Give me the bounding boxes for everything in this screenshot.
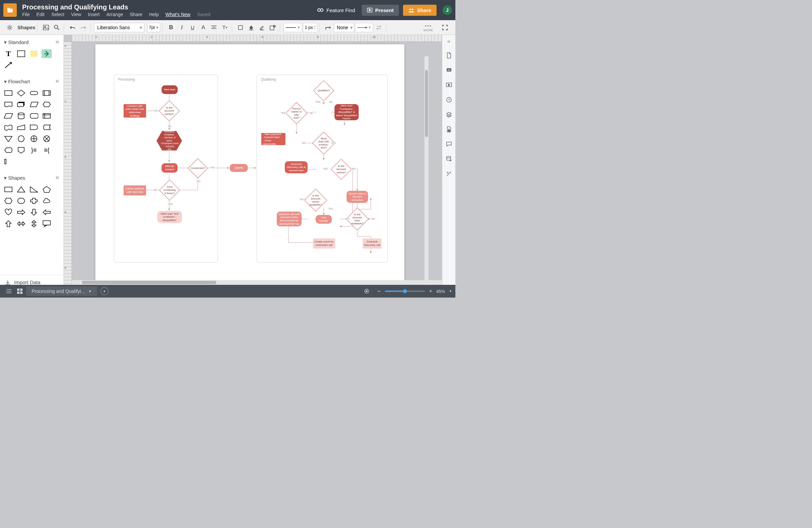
line-style-select[interactable]: ▾ [284, 23, 302, 32]
fill-color-icon[interactable] [246, 23, 256, 32]
sh-triangle[interactable] [16, 185, 26, 194]
node-owned2[interactable]: Is the account owned? [334, 162, 349, 177]
node-connected[interactable]: Connected? [191, 161, 205, 175]
menu-whats-new[interactable]: What's New [165, 12, 190, 17]
sh-arrow-u[interactable] [3, 219, 13, 228]
fc-stored[interactable] [42, 123, 52, 132]
arrow-style-select[interactable]: ▾ [355, 23, 373, 32]
fc-manual-input[interactable] [16, 123, 26, 132]
magic-icon[interactable] [445, 170, 453, 177]
fullscreen-icon[interactable] [440, 23, 450, 32]
node-create-event[interactable]: Create event for scheduled call [313, 239, 335, 248]
fc-terminator[interactable] [29, 89, 39, 97]
user-avatar[interactable]: J [443, 5, 452, 15]
fc-connector[interactable] [16, 134, 26, 143]
fc-internal[interactable] [42, 112, 52, 120]
fc-card[interactable] [3, 157, 13, 166]
fc-hexagon[interactable] [42, 100, 52, 109]
fc-document[interactable] [3, 100, 13, 109]
page-tab[interactable]: Processing and Qualifyi…▼ [26, 286, 97, 296]
settings-icon[interactable] [5, 23, 15, 32]
list-icon[interactable] [3, 286, 13, 296]
close-icon[interactable]: ✕ [55, 78, 59, 85]
undo-icon[interactable] [68, 23, 77, 32]
node-take-payment[interactable]: - Take payment - Convert lead - Close op… [261, 133, 286, 145]
sh-arrow-lr[interactable] [16, 219, 26, 228]
feature-find[interactable]: Feature Find [317, 8, 355, 13]
node-tried9[interactable]: Tried contacting 9 times? [162, 183, 177, 198]
node-mark-disq[interactable]: Mark lead "Contacted - disqualified" & s… [334, 104, 359, 120]
close-icon[interactable]: ✕ [55, 175, 59, 181]
more-button[interactable]: ••• MORE [423, 23, 433, 32]
line-width-input[interactable]: 1 px▴▾ [303, 23, 317, 32]
node-attempt[interactable]: Attempt contact [161, 163, 178, 173]
grid-icon[interactable] [15, 286, 25, 296]
page-icon[interactable] [445, 52, 453, 59]
flowchart-section-header[interactable]: ▾ Flowchart✕ [3, 76, 61, 87]
document-title[interactable]: Processing and Qualifying Leads [22, 3, 317, 11]
sh-hexagon[interactable] [3, 197, 13, 205]
fc-brace-l[interactable]: ≡{ [42, 146, 52, 155]
sh-octagon[interactable] [16, 197, 26, 205]
font-size-select[interactable]: 7pt▾ [147, 23, 160, 32]
menu-select[interactable]: Select [52, 12, 64, 17]
zoom-slider[interactable] [385, 290, 425, 292]
fc-parallelogram[interactable] [3, 112, 13, 120]
node-round-robin[interactable]: Round robin to account executive [347, 191, 368, 203]
node-not-contacted[interactable]: Mark lead "Not contacted - disqualified" [157, 211, 182, 223]
menu-help[interactable]: Help [149, 12, 159, 17]
node-schedule-discovery[interactable]: Schedule discovery call & convert lead [285, 161, 308, 173]
present-button[interactable]: Present [362, 5, 399, 16]
font-select[interactable]: Liberation Sans [94, 23, 144, 32]
note-shape[interactable] [29, 49, 39, 58]
add-page-button[interactable]: + [100, 287, 108, 295]
align-icon[interactable] [209, 23, 219, 32]
shape-options-icon[interactable] [267, 23, 278, 32]
redo-icon[interactable] [78, 23, 88, 32]
sh-cross[interactable] [29, 197, 39, 205]
node-account-owned[interactable]: Is the account owned? [162, 103, 177, 118]
block-shape[interactable] [16, 49, 26, 58]
fc-offpage[interactable] [16, 146, 26, 155]
sh-arrow-ud[interactable] [29, 219, 39, 228]
sh-arrow-d[interactable] [29, 208, 39, 217]
canvas[interactable]: Processing Qualifying [72, 42, 442, 289]
text-options-icon[interactable]: T▾ [220, 23, 230, 32]
fc-multidoc[interactable] [16, 100, 26, 109]
data-icon[interactable] [445, 155, 453, 162]
collapse-icon[interactable]: « [447, 38, 450, 44]
connector-icon[interactable] [323, 23, 333, 32]
menu-view[interactable]: View [71, 12, 81, 17]
node-new-lead[interactable]: New lead [161, 85, 178, 94]
fc-brace-r[interactable]: }≡ [29, 146, 39, 155]
paint-icon[interactable] [445, 126, 453, 133]
border-color-icon[interactable] [257, 23, 267, 32]
zoom-out[interactable]: − [377, 288, 381, 295]
bold-icon[interactable]: B [166, 23, 176, 32]
node-sched-disc2[interactable]: Schedule discovery call [363, 239, 381, 248]
standard-section-header[interactable]: ▾ Standard✕ [3, 37, 61, 47]
fc-merge[interactable] [3, 134, 13, 143]
text-shape[interactable]: T [3, 49, 13, 58]
node-qualified[interactable]: Qualified? [316, 83, 331, 98]
qualifying-container[interactable]: Qualifying [257, 74, 388, 263]
action-shape[interactable] [42, 49, 52, 58]
node-cadence[interactable]: Follow cadence until next step [124, 185, 146, 196]
zoom-value[interactable]: 45% [436, 289, 445, 294]
close-icon[interactable]: ✕ [55, 39, 59, 45]
node-qualify[interactable]: Qualify [230, 164, 248, 172]
layers-icon[interactable] [445, 111, 453, 118]
clock-icon[interactable] [445, 96, 453, 103]
fc-decision[interactable] [16, 89, 26, 97]
sh-heart[interactable] [3, 208, 13, 217]
line-fill-select[interactable]: None [334, 23, 354, 32]
fc-data[interactable] [29, 100, 39, 109]
app-logo[interactable] [3, 3, 17, 17]
horizontal-scrollbar[interactable] [72, 280, 442, 285]
shapes-section-header[interactable]: ▾ Shapes✕ [3, 173, 61, 183]
node-exec-avail[interactable]: Is the account exec available? [349, 211, 365, 227]
swap-icon[interactable] [374, 23, 384, 32]
node-pay-now[interactable]: Person wants to pay now? [289, 105, 304, 121]
sh-pentagon[interactable] [42, 185, 52, 194]
arrow-shape[interactable] [3, 61, 13, 70]
